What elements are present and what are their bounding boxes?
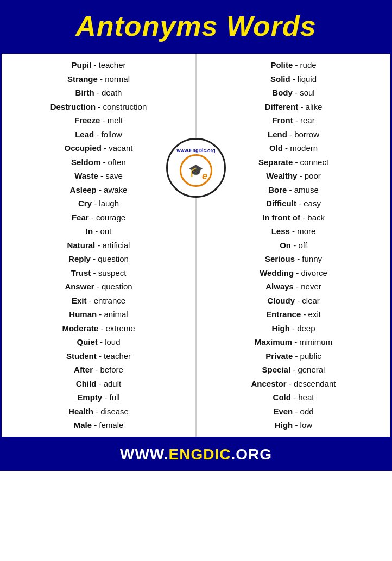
- left-column: Pupil - teacherStrange - normalBirth - d…: [2, 54, 197, 437]
- list-item: Freeze - melt: [74, 114, 123, 128]
- word-bold: Difficult: [266, 199, 296, 208]
- list-item: Front - rear: [272, 114, 314, 128]
- word-bold: Child: [76, 379, 97, 388]
- list-item: Polite - rude: [270, 58, 316, 72]
- list-item: Old - modern: [269, 141, 318, 155]
- list-item: Entrance - exit: [266, 307, 321, 322]
- word-bold: Less: [271, 226, 290, 236]
- word-rest: - follow: [94, 130, 122, 139]
- word-bold: Separate: [258, 157, 293, 167]
- list-item: Human - animal: [69, 307, 128, 322]
- word-rest: - deep: [290, 324, 315, 333]
- list-item: Quiet - loud: [77, 335, 120, 349]
- list-item: Cloudy - clear: [267, 294, 320, 308]
- header: Antonyms Words: [0, 0, 392, 52]
- word-bold: Private: [265, 351, 293, 361]
- word-rest: - question: [94, 282, 132, 291]
- word-bold: Answer: [65, 282, 94, 291]
- word-rest: - female: [92, 420, 123, 430]
- list-item: Solid - liquid: [270, 72, 317, 86]
- word-bold: Lead: [75, 130, 94, 139]
- word-rest: - borrow: [287, 130, 319, 139]
- word-rest: - extreme: [98, 324, 135, 333]
- word-bold: Cry: [78, 199, 92, 208]
- list-item: Difficult - easy: [266, 197, 321, 211]
- word-bold: Male: [74, 420, 92, 430]
- word-rest: - funny: [295, 254, 322, 263]
- list-item: Private - public: [265, 349, 321, 363]
- word-rest: - poor: [297, 171, 320, 180]
- word-bold: In front of: [262, 213, 300, 222]
- word-rest: - out: [93, 226, 111, 236]
- list-item: Waste - save: [74, 169, 123, 183]
- list-item: Body - soul: [272, 86, 314, 100]
- list-item: Asleep - awake: [70, 183, 128, 197]
- list-item: Seldom - often: [71, 155, 126, 169]
- word-rest: - alike: [298, 102, 322, 111]
- graduation-cap-icon: 🎓: [188, 163, 203, 179]
- list-item: Lend - borrow: [268, 128, 319, 142]
- list-item: In - out: [86, 224, 112, 238]
- word-bold: Ancestor: [251, 379, 287, 388]
- word-bold: Trust: [71, 268, 91, 278]
- word-rest: - rude: [293, 60, 316, 70]
- word-bold: Solid: [270, 74, 290, 84]
- word-rest: - descendant: [287, 379, 336, 388]
- word-rest: - teacher: [91, 60, 125, 70]
- word-rest: - back: [300, 213, 325, 222]
- list-item: Empty - full: [77, 390, 119, 405]
- word-bold: Student: [66, 351, 97, 361]
- word-rest: - save: [98, 171, 123, 180]
- word-rest: - normal: [98, 74, 130, 84]
- main-content: Pupil - teacherStrange - normalBirth - d…: [0, 52, 392, 438]
- word-rest: - entrance: [86, 296, 125, 305]
- word-rest: - construction: [96, 102, 147, 111]
- list-item: Wealthy - poor: [266, 169, 321, 183]
- word-bold: Pupil: [71, 60, 91, 70]
- word-rest: - public: [293, 351, 321, 361]
- logo-url: www.EngDic.org: [176, 148, 215, 154]
- list-item: High - deep: [271, 322, 315, 336]
- word-bold: Natural: [67, 241, 96, 250]
- word-bold: High: [275, 420, 293, 430]
- word-bold: On: [280, 241, 291, 250]
- footer-text: WWW.ENGDIC.ORG: [120, 446, 272, 463]
- page-title: Antonyms Words: [5, 10, 387, 42]
- list-item: Less - more: [271, 224, 316, 238]
- footer-white-2: .ORG: [231, 446, 272, 463]
- word-bold: In: [86, 226, 93, 236]
- word-rest: - general: [290, 365, 325, 374]
- word-rest: - clear: [295, 296, 320, 305]
- word-rest: - amuse: [287, 185, 318, 194]
- word-rest: - soul: [293, 88, 315, 97]
- list-item: High - low: [275, 418, 312, 432]
- list-item: Ancestor - descendant: [251, 377, 336, 391]
- list-item: Maximum - minimum: [255, 335, 332, 349]
- word-bold: Waste: [74, 171, 98, 180]
- list-item: Pupil - teacher: [71, 58, 125, 72]
- word-bold: Birth: [75, 88, 94, 97]
- word-rest: - heat: [291, 393, 314, 402]
- word-bold: Cold: [273, 393, 291, 402]
- word-rest: - laugh: [92, 199, 119, 208]
- word-rest: - exit: [301, 310, 321, 319]
- word-rest: - more: [290, 226, 316, 236]
- word-rest: - never: [294, 282, 321, 291]
- word-rest: - vacant: [102, 143, 133, 153]
- e-icon: e: [202, 170, 207, 182]
- word-bold: Special: [262, 365, 291, 374]
- word-bold: Asleep: [70, 185, 97, 194]
- word-bold: Occupied: [65, 143, 102, 153]
- word-rest: - suspect: [91, 268, 126, 278]
- word-bold: Human: [69, 310, 97, 319]
- word-rest: - before: [93, 365, 123, 374]
- word-rest: - odd: [293, 407, 313, 416]
- list-item: Destruction - construction: [50, 100, 147, 114]
- word-rest: - teacher: [97, 351, 131, 361]
- word-rest: - modern: [283, 143, 318, 153]
- word-bold: Body: [272, 88, 293, 97]
- word-bold: Cloudy: [267, 296, 295, 305]
- word-rest: - courage: [89, 213, 126, 222]
- word-rest: - loud: [98, 337, 121, 346]
- list-item: Even - odd: [273, 405, 313, 419]
